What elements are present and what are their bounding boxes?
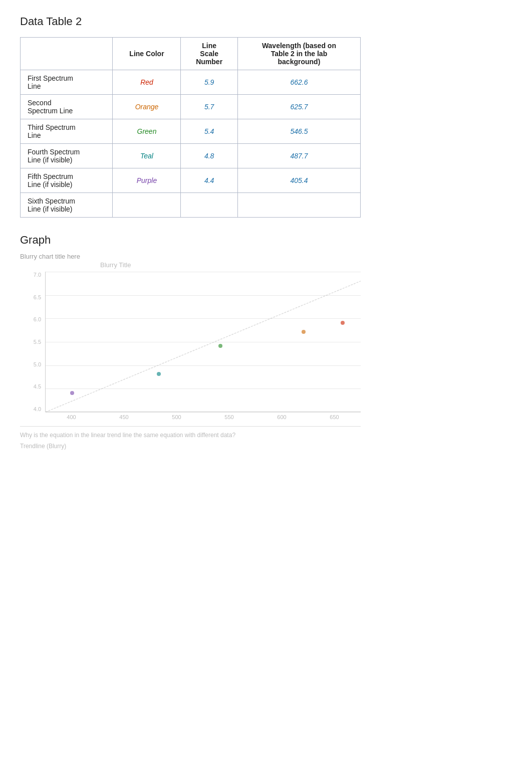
graph-dot [341, 321, 345, 325]
table-row-color: Red [113, 70, 181, 95]
x-axis-label: 600 [277, 414, 286, 420]
table-row-color [113, 193, 181, 218]
data-table: Line Color LineScaleNumber Wavelength (b… [20, 37, 361, 218]
graph-x-labels: 400450500550600650 [20, 414, 361, 420]
table-row-label: Third SpectrumLine [21, 119, 113, 144]
table-row-wavelength: 546.5 [237, 119, 360, 144]
graph-title: Graph [20, 234, 512, 247]
graph-dot [157, 372, 161, 376]
graph-note-label: Trendline (Blurry) [20, 443, 361, 450]
table-row-label: Fifth SpectrumLine (if visible) [21, 168, 113, 193]
svg-line-0 [46, 281, 361, 412]
x-axis-label: 650 [330, 414, 339, 420]
graph-main-title: Blurry chart title here [20, 253, 361, 260]
col-header-scale: LineScaleNumber [181, 38, 237, 70]
table-row-wavelength: 625.7 [237, 95, 360, 119]
y-axis-label: 4.5 [34, 383, 41, 389]
col-header-row-label [21, 38, 113, 70]
col-header-line-color: Line Color [113, 38, 181, 70]
table-row-scale: 4.8 [181, 144, 237, 168]
table-row-label: Sixth SpectrumLine (if visible) [21, 193, 113, 218]
table-row-color: Purple [113, 168, 181, 193]
y-axis-label: 4.0 [34, 406, 41, 412]
y-axis-label: 5.5 [34, 339, 41, 345]
table-row-scale: 5.4 [181, 119, 237, 144]
table-row-color: Orange [113, 95, 181, 119]
y-axis-label: 5.0 [34, 361, 41, 367]
graph-plot [45, 272, 361, 412]
graph-gridline [46, 412, 361, 413]
table-row-label: First SpectrumLine [21, 70, 113, 95]
table-row-wavelength: 487.7 [237, 144, 360, 168]
x-axis-label: 400 [67, 414, 76, 420]
table-row-label: SecondSpectrum Line [21, 95, 113, 119]
graph-y-axis: 7.06.56.05.55.04.54.0 [20, 272, 45, 412]
table-row-wavelength: 405.4 [237, 168, 360, 193]
table-row-scale [181, 193, 237, 218]
x-axis-label: 500 [172, 414, 181, 420]
y-axis-label: 6.0 [34, 316, 41, 322]
col-header-wavelength: Wavelength (based onTable 2 in the labba… [237, 38, 360, 70]
table-row-scale: 5.9 [181, 70, 237, 95]
graph-note-area: Why is the equation in the linear trend … [20, 426, 361, 450]
graph-subtitle: Blurry Title [100, 261, 361, 269]
graph-dot [302, 330, 306, 334]
graph-area: Blurry chart title here Blurry Title 7.0… [20, 253, 361, 450]
table-row-scale: 4.4 [181, 168, 237, 193]
x-axis-label: 450 [119, 414, 128, 420]
graph-title-area: Blurry chart title here Blurry Title [20, 253, 361, 269]
table-row-label: Fourth SpectrumLine (if visible) [21, 144, 113, 168]
table-row-wavelength [237, 193, 360, 218]
table-row-wavelength: 662.6 [237, 70, 360, 95]
table-row-color: Green [113, 119, 181, 144]
graph-dot [218, 344, 222, 348]
x-axis-label: 550 [224, 414, 233, 420]
table-row-color: Teal [113, 144, 181, 168]
graph-dot [70, 391, 74, 395]
y-axis-label: 6.5 [34, 294, 41, 300]
page-title: Data Table 2 [20, 15, 512, 28]
graph-section: Graph Blurry chart title here Blurry Tit… [20, 234, 512, 450]
y-axis-label: 7.0 [34, 272, 41, 278]
table-row-scale: 5.7 [181, 95, 237, 119]
graph-note: Why is the equation in the linear trend … [20, 426, 361, 440]
